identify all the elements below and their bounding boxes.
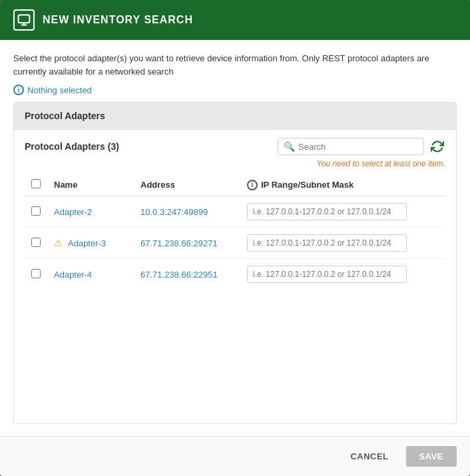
nothing-selected-indicator[interactable]: i Nothing selected — [13, 85, 457, 95]
col-header-address: Address — [134, 174, 240, 196]
ip-input-adapter-2[interactable] — [247, 203, 407, 220]
adapter-name-adapter-4[interactable]: Adapter-4 — [54, 270, 92, 280]
save-button[interactable]: SAVE — [406, 446, 457, 467]
modal-body: Select the protocol adapter(s) you want … — [0, 40, 470, 436]
adapter-name-adapter-3[interactable]: Adapter-3 — [68, 238, 106, 248]
col-header-ip: i IP Range/Subnet Mask — [240, 174, 445, 196]
modal-header: NEW INVENTORY SEARCH — [0, 0, 470, 40]
cancel-button[interactable]: CANCEL — [340, 446, 399, 467]
protocol-adapters-panel: Protocol Adapters Protocol Adapters (3) … — [13, 102, 457, 424]
table-count: Protocol Adapters (3) — [25, 141, 119, 152]
search-container: 🔍 — [278, 138, 445, 155]
ip-input-adapter-4[interactable] — [247, 266, 407, 283]
panel-header: Protocol Adapters — [14, 103, 456, 130]
search-icon: 🔍 — [284, 141, 295, 152]
search-input[interactable] — [298, 142, 418, 152]
search-box[interactable]: 🔍 — [278, 138, 424, 155]
modal-title: NEW INVENTORY SEARCH — [43, 14, 193, 26]
adapter-name-adapter-2[interactable]: Adapter-2 — [54, 207, 92, 217]
row-checkbox-adapter-2[interactable] — [31, 206, 41, 216]
description-text: Select the protocol adapter(s) you want … — [13, 52, 457, 78]
adapter-address-adapter-4: 67.71.238.66:22951 — [140, 270, 218, 280]
table-row: Adapter-4 67.71.238.66:22951 — [25, 259, 445, 290]
inventory-icon — [13, 9, 35, 31]
adapter-address-adapter-2: 10.0.3.247:49899 — [140, 207, 208, 217]
table-row: ⚠ Adapter-3 67.71.238.66:29271 — [25, 228, 445, 259]
warning-icon: ⚠ — [54, 238, 63, 248]
svg-rect-0 — [19, 15, 30, 23]
adapters-table: Name Address i IP Range/Subnet Mask — [25, 174, 445, 290]
modal-footer: CANCEL SAVE — [0, 436, 470, 476]
nothing-selected-label: Nothing selected — [27, 85, 92, 95]
info-icon: i — [13, 85, 24, 95]
panel-title: Protocol Adapters — [25, 111, 105, 121]
panel-body: Protocol Adapters (3) 🔍 — [14, 130, 456, 298]
validation-message: You need to select at least one item. — [25, 159, 445, 168]
col-header-name: Name — [47, 174, 134, 196]
refresh-icon[interactable] — [429, 138, 445, 154]
select-all-checkbox[interactable] — [31, 179, 41, 188]
modal-dialog: NEW INVENTORY SEARCH Select the protocol… — [0, 0, 470, 476]
ip-info-icon: i — [247, 180, 258, 190]
ip-input-adapter-3[interactable] — [247, 234, 407, 252]
row-checkbox-adapter-3[interactable] — [31, 238, 41, 247]
row-checkbox-adapter-4[interactable] — [31, 269, 41, 278]
adapter-address-adapter-3: 67.71.238.66:29271 — [140, 238, 218, 248]
table-row: Adapter-2 10.0.3.247:49899 — [25, 196, 445, 228]
table-toolbar: Protocol Adapters (3) 🔍 — [25, 138, 445, 155]
